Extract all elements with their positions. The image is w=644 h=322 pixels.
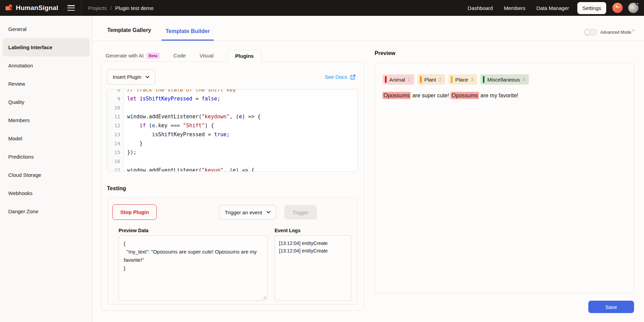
sidebar-item-quality[interactable]: Quality xyxy=(3,93,90,111)
sidebar-item-model[interactable]: Model xyxy=(3,129,90,148)
line-number: 14 xyxy=(107,139,120,148)
plugin-code-editor[interactable]: 891011121314151617 // Track the state of… xyxy=(107,89,358,172)
line-number: 16 xyxy=(107,157,120,166)
preview-text[interactable]: Opossums are super cute! Opossums are my… xyxy=(382,91,518,100)
hamburger-menu-icon[interactable] xyxy=(67,5,75,11)
advanced-mode-toggle[interactable] xyxy=(584,29,597,35)
highlighted-region: Opossums xyxy=(451,92,479,99)
subtab-label: Plugins xyxy=(235,53,254,59)
sidebar-item-cloud-storage[interactable]: Cloud Storage xyxy=(3,166,90,184)
user-avatar[interactable] xyxy=(628,3,639,13)
code-gutter: 891011121314151617 xyxy=(107,89,124,172)
label-color-bar xyxy=(451,76,453,83)
sidebar-item-review[interactable]: Review xyxy=(3,75,90,93)
tabs-row: Template GalleryTemplate Builder xyxy=(93,16,644,41)
sidebar-item-labeling-interface[interactable]: Labeling Interface xyxy=(3,38,90,56)
sidebar-item-predictions[interactable]: Predictions xyxy=(3,148,90,166)
trigger-button[interactable]: Trigger xyxy=(284,205,317,219)
sidebar-item-members[interactable]: Members xyxy=(3,111,90,129)
highlighted-region: Opossums xyxy=(382,92,411,99)
top-nav: DashboardMembersData Manager xyxy=(468,5,569,11)
event-logs-label: Event Logs xyxy=(275,228,300,233)
brand[interactable]: HumanSignal xyxy=(5,4,58,12)
sidebar-item-danger-zone[interactable]: Danger Zone xyxy=(3,202,90,221)
ai-assistant-button[interactable]: ✦ ✦ xyxy=(612,3,623,13)
subtab-generate-with-ai[interactable]: Generate with AIBeta xyxy=(106,53,160,59)
stop-plugin-button[interactable]: Stop Plugin xyxy=(112,204,157,220)
trigger-event-dropdown[interactable]: Trigger an event xyxy=(219,205,276,219)
subtab-visual[interactable]: Visual xyxy=(200,53,214,58)
code-line: if (e.key === "Shift") { xyxy=(127,121,357,130)
settings-sidebar: GeneralLabeling InterfaceAnnotationRevie… xyxy=(0,16,93,322)
brand-name: HumanSignal xyxy=(16,4,58,12)
save-button[interactable]: Save xyxy=(588,301,634,313)
trigger-event-label: Trigger an event xyxy=(225,210,262,215)
plugins-panel: Insert Plugin See Docs 89101112131415161… xyxy=(101,61,364,311)
subtab-label: Generate with AI xyxy=(106,53,144,58)
tab-template-gallery[interactable]: Template Gallery xyxy=(103,27,155,41)
label-color-bar xyxy=(420,76,422,83)
code-line: } xyxy=(127,139,357,148)
preview-heading: Preview xyxy=(375,50,395,56)
subtab-label: Visual xyxy=(200,53,214,58)
external-link-icon xyxy=(350,74,356,80)
chevron-down-icon xyxy=(145,76,149,78)
breadcrumb: Projects / Plugin test demo xyxy=(88,5,154,11)
line-number: 15 xyxy=(107,148,120,157)
code-line: window.addEventListener("keydown", (e) =… xyxy=(127,112,357,121)
event-log-entry: [13:12:04] entityCreate xyxy=(279,239,347,247)
subtab-plugins[interactable]: Plugins xyxy=(227,50,262,62)
sidebar-nav: GeneralLabeling InterfaceAnnotationRevie… xyxy=(0,20,92,221)
line-number: 17 xyxy=(107,166,120,172)
code-line: window.addEventListener("keyup", (e) => … xyxy=(127,166,357,172)
label-hotkey: 3 xyxy=(471,77,474,82)
nav-link-dashboard[interactable]: Dashboard xyxy=(468,5,493,11)
advanced-mode-info-icon xyxy=(632,29,634,31)
see-docs-link[interactable]: See Docs xyxy=(325,74,356,80)
code-line: }); xyxy=(127,148,357,157)
breadcrumb-projects-link[interactable]: Projects xyxy=(88,5,107,11)
label-chip-animal[interactable]: Animal1 xyxy=(382,74,414,85)
plugin-toolbar: Insert Plugin See Docs xyxy=(107,69,356,85)
label-chip-miscellaneous[interactable]: Miscellaneous4 xyxy=(480,74,529,85)
sidebar-item-webhooks[interactable]: Webhooks xyxy=(3,184,90,202)
subtab-code[interactable]: Code xyxy=(174,53,186,58)
toggle-knob xyxy=(585,30,590,35)
line-number: 8 xyxy=(107,89,120,94)
see-docs-label: See Docs xyxy=(325,74,347,80)
code-line: isShiftKeyPressed = true; xyxy=(127,130,357,139)
event-logs-box: [13:12:04] entityCreate[13:12:04] entity… xyxy=(275,235,351,301)
line-number: 11 xyxy=(107,112,120,121)
nav-link-data-manager[interactable]: Data Manager xyxy=(536,5,569,11)
preview-card: Animal1Plant2Place3Miscellaneous4 Opossu… xyxy=(375,63,634,293)
topbar: HumanSignal Projects / Plugin test demo … xyxy=(0,0,644,16)
label-chips: Animal1Plant2Place3Miscellaneous4 xyxy=(382,74,529,85)
insert-plugin-label: Insert Plugin xyxy=(113,74,141,80)
testing-card: Stop Plugin Trigger an event Trigger Pre… xyxy=(108,197,358,305)
label-chip-place[interactable]: Place3 xyxy=(448,74,477,85)
advanced-mode-label: Advanced Mode xyxy=(600,30,631,35)
label-text: Animal xyxy=(389,77,405,83)
nav-link-members[interactable]: Members xyxy=(504,5,525,11)
plain-text: are super cute! xyxy=(411,93,451,98)
topbar-divider xyxy=(81,0,81,16)
subtab-label: Code xyxy=(174,53,186,58)
label-hotkey: 1 xyxy=(408,77,411,82)
label-text: Miscellaneous xyxy=(487,77,520,83)
label-text: Place xyxy=(455,77,468,83)
breadcrumb-current: Plugin test demo xyxy=(115,5,154,11)
tab-template-builder[interactable]: Template Builder xyxy=(162,28,214,41)
preview-data-label: Preview Data xyxy=(119,228,148,233)
line-number: 13 xyxy=(107,130,120,139)
label-text: Plant xyxy=(424,77,436,83)
settings-button[interactable]: Settings xyxy=(577,2,606,14)
code-line: let isShiftKeyPressed = false; xyxy=(127,94,357,103)
label-chip-plant[interactable]: Plant2 xyxy=(418,74,445,85)
insert-plugin-dropdown[interactable]: Insert Plugin xyxy=(107,69,155,85)
sidebar-item-general[interactable]: General xyxy=(3,20,90,38)
sidebar-item-annotation[interactable]: Annotation xyxy=(3,56,90,75)
code-line xyxy=(127,103,357,112)
preview-data-textarea[interactable]: { "my_text": "Opossums are super cute! O… xyxy=(119,235,268,301)
main-content: Template GalleryTemplate Builder Advance… xyxy=(93,16,644,322)
code-line xyxy=(127,157,357,166)
